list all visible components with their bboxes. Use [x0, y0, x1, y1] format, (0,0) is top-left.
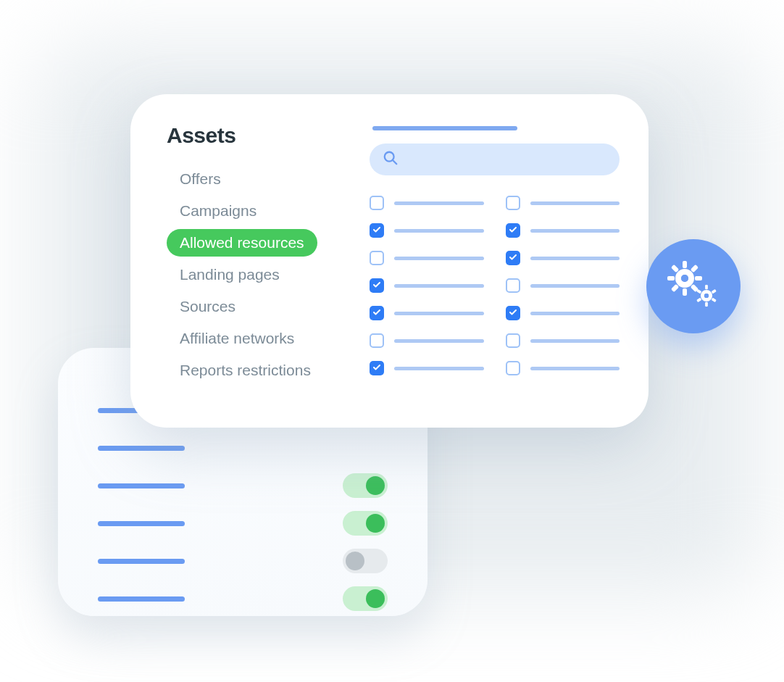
placeholder-line — [394, 312, 484, 315]
toggle-row — [98, 467, 388, 504]
placeholder-line — [394, 367, 484, 370]
sidebar-item-reports-restrictions[interactable]: Reports restrictions — [167, 357, 324, 384]
check-icon — [509, 307, 517, 320]
assets-panel: Assets Offers Campaigns Allowed resource… — [130, 94, 649, 428]
resource-checkbox[interactable] — [370, 223, 384, 238]
resource-row — [506, 196, 620, 210]
sidebar-item-allowed-resources[interactable]: Allowed resources — [167, 229, 317, 257]
resource-row — [506, 223, 620, 238]
placeholder-line — [394, 229, 484, 233]
toggle-switch[interactable] — [343, 511, 388, 536]
resource-checkbox[interactable] — [370, 196, 384, 210]
section-header-placeholder — [372, 126, 517, 130]
svg-rect-9 — [705, 302, 708, 307]
placeholder-line — [394, 257, 484, 260]
resource-checkbox[interactable] — [370, 306, 384, 320]
sidebar-item-landing-pages[interactable]: Landing pages — [167, 261, 293, 288]
placeholder-line — [530, 367, 620, 370]
placeholder-line — [394, 284, 484, 288]
svg-point-4 — [681, 275, 688, 282]
resource-row — [370, 223, 484, 238]
resource-row — [506, 306, 620, 320]
placeholder-line — [98, 483, 185, 488]
resource-row — [370, 361, 484, 375]
resource-checkbox[interactable] — [370, 278, 384, 293]
resource-row — [506, 278, 620, 293]
placeholder-line — [394, 339, 484, 343]
resource-checkbox[interactable] — [506, 251, 520, 265]
placeholder-line — [98, 559, 185, 564]
settings-gear-badge[interactable] — [646, 239, 741, 333]
gears-icon — [664, 259, 722, 313]
resource-row — [370, 333, 484, 348]
resource-checkbox[interactable] — [506, 333, 520, 348]
toggle-switch[interactable] — [343, 473, 388, 498]
check-icon — [372, 307, 381, 320]
main-content — [370, 123, 620, 406]
svg-rect-3 — [683, 261, 687, 268]
check-icon — [372, 362, 381, 375]
sidebar-item-affiliate-networks[interactable]: Affiliate networks — [167, 325, 307, 352]
toggle-row — [98, 580, 388, 617]
resource-row — [506, 251, 620, 265]
toggle-switch[interactable] — [343, 549, 388, 573]
resource-checkbox[interactable] — [370, 251, 384, 265]
sidebar-item-offers[interactable]: Offers — [167, 165, 234, 193]
resource-row — [506, 333, 620, 348]
placeholder-line — [530, 312, 620, 315]
toggle-row — [98, 429, 388, 467]
svg-rect-7 — [712, 289, 717, 294]
resource-checkbox[interactable] — [370, 361, 384, 375]
placeholder-line — [530, 257, 620, 260]
search-icon — [383, 150, 399, 169]
placeholder-line — [98, 596, 185, 602]
sidebar-title: Assets — [167, 123, 348, 148]
placeholder-line — [98, 446, 185, 451]
toggle-row — [98, 504, 388, 542]
resource-checkbox[interactable] — [506, 223, 520, 238]
check-icon — [509, 251, 517, 265]
svg-line-1 — [393, 160, 397, 165]
placeholder-line — [530, 339, 620, 343]
check-icon — [372, 279, 381, 292]
toggle-row — [98, 542, 388, 580]
resource-row — [370, 278, 484, 293]
toggle-switch[interactable] — [343, 586, 388, 611]
check-icon — [509, 224, 517, 237]
resource-row — [370, 196, 484, 210]
placeholder-line — [394, 201, 484, 205]
svg-rect-8 — [712, 298, 717, 302]
resource-checkbox[interactable] — [370, 333, 384, 348]
resource-checkbox[interactable] — [506, 196, 520, 210]
placeholder-line — [530, 229, 620, 233]
sidebar-item-sources[interactable]: Sources — [167, 293, 249, 320]
svg-rect-6 — [705, 285, 708, 289]
sidebar: Assets Offers Campaigns Allowed resource… — [167, 123, 348, 406]
resource-row — [370, 251, 484, 265]
resource-checkbox[interactable] — [506, 306, 520, 320]
placeholder-line — [530, 284, 620, 288]
resource-checkbox[interactable] — [506, 361, 520, 375]
sidebar-item-campaigns[interactable]: Campaigns — [167, 197, 270, 225]
search-input[interactable] — [370, 144, 620, 175]
resource-row — [370, 306, 484, 320]
placeholder-line — [98, 521, 185, 526]
resource-checkbox-grid — [370, 196, 620, 375]
placeholder-line — [530, 201, 620, 205]
svg-point-12 — [704, 294, 709, 298]
resource-checkbox[interactable] — [506, 278, 520, 293]
svg-rect-10 — [696, 298, 701, 302]
check-icon — [372, 224, 381, 237]
resource-row — [506, 361, 620, 375]
sidebar-list: Offers Campaigns Allowed resources Landi… — [167, 165, 348, 387]
